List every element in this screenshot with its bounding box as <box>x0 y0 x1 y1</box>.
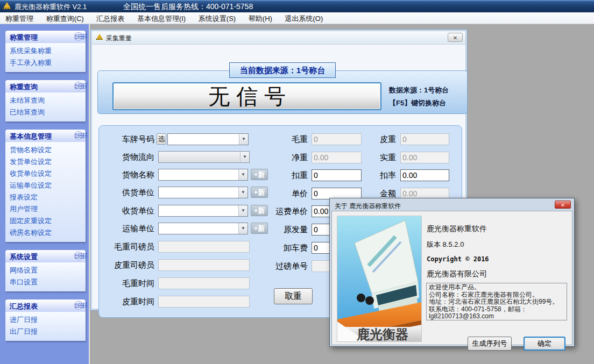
menu-system-settings[interactable]: 系统设置(S) <box>193 12 241 25</box>
sidebar-panel-weighing-manage: 称重管理 系统采集称重 手工录入称重 <box>5 31 86 72</box>
goods-flow-label: 货物流向 <box>99 152 154 162</box>
close-icon[interactable] <box>555 201 571 209</box>
about-dialog: 关于 鹿光衡器称重软件 <box>329 198 575 347</box>
sidebar-panel-summary-report: 汇总报表 进厂日报 出厂日报 <box>5 299 86 341</box>
menu-weighing-query[interactable]: 称重查询(C) <box>41 12 89 25</box>
gross-operator-label: 毛重司磅员 <box>99 242 154 252</box>
menu-weighing-manage[interactable]: 称重管理 <box>0 12 39 25</box>
sidebar-item-system-collect[interactable]: 系统采集称重 <box>10 45 86 57</box>
menu-exit[interactable]: 退出系统(O) <box>279 12 328 25</box>
gross-time-field[interactable] <box>158 277 250 289</box>
sidebar-panel-basic-info: 基本信息管理 货物名称设定 发货单位设定 收货单位设定 运输单位设定 报表设定 … <box>5 130 86 242</box>
company-name: 鹿光衡器有限公司 <box>427 269 487 279</box>
sidebar-panel-system-settings: 系统设置 网络设置 串口设置 <box>5 250 86 291</box>
original-qty-label: 原发量 <box>244 225 308 235</box>
close-icon[interactable] <box>448 33 463 42</box>
app-logo-icon <box>3 2 11 9</box>
transporter-label: 运输单位 <box>99 224 154 234</box>
scale-switch-hint: 【F5】键切换称台 <box>389 98 465 111</box>
net-weight-label: 净重 <box>244 153 308 163</box>
supplier-combobox[interactable]: ▼ <box>158 187 248 198</box>
goods-flow-combobox[interactable]: ▼ <box>158 151 250 163</box>
collapse-chevron-icon[interactable] <box>74 32 83 41</box>
collapse-chevron-icon[interactable] <box>74 252 83 260</box>
collect-weight-titlebar: 采集重量 <box>92 31 465 45</box>
sidebar-item-fixed-tare[interactable]: 固定皮重设定 <box>10 215 86 227</box>
sidebar-header-weighing-manage[interactable]: 称重管理 <box>5 31 86 43</box>
sidebar-item-user-manage[interactable]: 用户管理 <box>10 203 86 215</box>
sidebar-item-weighhouse-name[interactable]: 磅房名称设定 <box>10 227 86 239</box>
collapse-chevron-icon[interactable] <box>74 82 83 90</box>
weight-display: 无信号 <box>112 82 381 110</box>
sidebar-item-inbound-daily[interactable]: 进厂日报 <box>10 314 86 326</box>
menu-summary-report[interactable]: 汇总报表 <box>91 12 130 25</box>
sidebar-header-weighing-query[interactable]: 称重查询 <box>5 80 86 92</box>
sidebar-item-network-settings[interactable]: 网络设置 <box>10 265 86 276</box>
tare-operator-field[interactable] <box>158 259 250 271</box>
app-screen: 鹿光衡器称重软件 V2.1 全国统一售后服务热线：400-071-5758 称重… <box>0 0 594 364</box>
about-dialog-titlebar: 关于 鹿光衡器称重软件 <box>331 200 572 211</box>
goods-name-label: 货物名称 <box>99 170 154 180</box>
gross-operator-field[interactable] <box>158 241 250 253</box>
sidebar: 称重管理 系统采集称重 手工录入称重 称重查询 未结算查询 已结算查询 基本信息… <box>0 24 89 364</box>
sidebar-item-settled-query[interactable]: 已结算查询 <box>10 106 86 118</box>
gross-weight-label: 毛重 <box>244 134 308 145</box>
sidebar-item-serial-settings[interactable]: 串口设置 <box>10 276 86 288</box>
receiver-combobox[interactable]: ▼ <box>158 205 248 217</box>
window-title: 采集重量 <box>106 34 132 43</box>
transporter-combobox[interactable]: ▼ <box>158 223 248 234</box>
sidebar-item-outbound-daily[interactable]: 出厂日报 <box>10 326 86 338</box>
unload-fee-label: 卸车费 <box>244 243 308 253</box>
sidebar-item-receiver-unit[interactable]: 收货单位设定 <box>10 168 86 180</box>
app-titlebar: 鹿光衡器称重软件 V2.1 全国统一售后服务热线：400-071-5758 <box>0 0 594 12</box>
truck-image: 鹿光衡器 <box>337 216 422 342</box>
sidebar-item-transport-unit[interactable]: 运输单位设定 <box>10 180 86 191</box>
copyright-text: Copyright © 2016 <box>427 255 489 263</box>
sidebar-header-system-settings[interactable]: 系统设置 <box>5 250 86 262</box>
receiver-label: 收货单位 <box>99 206 154 216</box>
collapse-chevron-icon[interactable] <box>74 131 83 140</box>
sidebar-item-sender-unit[interactable]: 发货单位设定 <box>10 156 86 168</box>
actual-weight-field[interactable] <box>400 152 449 163</box>
sidebar-item-goods-name[interactable]: 货物名称设定 <box>10 144 86 156</box>
pick-plate-button[interactable]: 选 <box>157 133 166 145</box>
sidebar-item-report-setting[interactable]: 报表设定 <box>10 191 86 203</box>
menu-help[interactable]: 帮助(H) <box>243 12 278 25</box>
sidebar-header-summary-report[interactable]: 汇总报表 <box>5 299 86 312</box>
about-dialog-title: 关于 鹿光衡器称重软件 <box>335 202 401 210</box>
tare-time-label: 皮重时间 <box>99 297 154 307</box>
sidebar-item-manual-entry[interactable]: 手工录入称重 <box>10 57 86 69</box>
deduct-rate-field[interactable] <box>400 169 449 181</box>
generate-serial-button[interactable]: 生成序列号 <box>468 337 512 351</box>
goods-name-combobox[interactable]: ▼ <box>158 169 248 181</box>
tare-operator-label: 皮重司磅员 <box>99 260 154 270</box>
menu-basic-info[interactable]: 基本信息管理(I) <box>132 12 191 25</box>
ticket-number-label: 过磅单号 <box>244 261 308 272</box>
plate-number-combobox[interactable]: ▼ <box>167 133 249 145</box>
truck-logo-text: 鹿光衡器 <box>356 326 408 341</box>
scale-source-text: 数据来源：1号称台 <box>389 85 465 98</box>
sidebar-header-label: 汇总报表 <box>10 302 38 310</box>
sidebar-header-label: 基本信息管理 <box>10 132 52 140</box>
current-source-label: 当前数据来源：1号称台 <box>229 62 336 78</box>
sidebar-header-label: 称重查询 <box>10 83 38 91</box>
app-title: 鹿光衡器称重软件 V2.1 <box>15 2 87 12</box>
sidebar-item-unsettled-query[interactable]: 未结算查询 <box>10 95 86 106</box>
freight-price-label: 运费单价 <box>244 206 308 217</box>
tare-weight-field[interactable] <box>400 133 449 145</box>
take-weight-button[interactable]: 取重 <box>274 288 313 304</box>
deduct-weight-label: 扣重 <box>244 170 308 181</box>
sidebar-header-label: 系统设置 <box>10 253 38 261</box>
unit-price-label: 单价 <box>244 189 308 199</box>
actual-weight-label: 实重 <box>330 153 396 163</box>
sidebar-header-label: 称重管理 <box>10 33 38 41</box>
hotline-text: 全国统一售后服务热线：400-071-5758 <box>123 2 253 12</box>
ok-button[interactable]: 确定 <box>524 337 565 351</box>
sidebar-header-basic-info[interactable]: 基本信息管理 <box>5 130 86 142</box>
collapse-chevron-icon[interactable] <box>74 301 83 310</box>
gross-time-label: 毛重时间 <box>99 279 154 289</box>
weight-display-text: 无信号 <box>114 83 380 109</box>
product-name: 鹿光衡器称重软件 <box>427 224 487 234</box>
tare-time-field[interactable] <box>158 296 250 308</box>
version-text: 版本 8.5.2.0 <box>427 240 464 249</box>
